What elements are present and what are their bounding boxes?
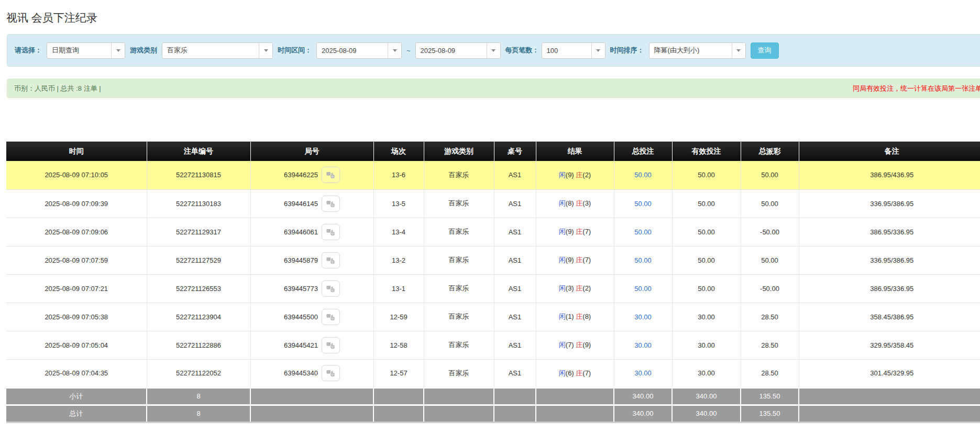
total-bet-cell: 30.00 [614,303,672,331]
round-id: 639445421 [284,341,318,349]
game-type: 百家乐 [424,218,494,246]
filter-panel: 请选择： 日期查询 游戏类别 百家乐 时间区间： 2025-08-09 ~ 20… [7,34,980,67]
empty-cell [424,405,494,422]
game-type: 百家乐 [424,303,494,331]
valid-bet: 30.00 [672,331,741,359]
subtotal-row-count: 8 [147,387,250,405]
valid-bet: 30.00 [672,359,741,387]
select-mode-dropdown[interactable]: 日期查询 [47,42,125,59]
session-no: 13-5 [373,189,424,218]
remark: 329.95/358.45 [799,331,980,359]
banker-result: 庄 [576,171,582,179]
total-bet-cell: 30.00 [614,331,672,359]
total-bet-link[interactable]: 50.00 [634,285,652,293]
player-score: (1) [566,313,574,320]
empty-cell [494,405,536,422]
chevron-down-icon[interactable] [388,43,401,58]
table-no: AS1 [494,218,536,246]
watch-replay-button[interactable] [322,196,340,212]
bet-time: 2025-08-09 07:09:06 [6,218,147,246]
chevron-down-icon[interactable] [259,43,272,58]
column-header-7: 总投注 [614,142,672,161]
chevron-down-icon[interactable] [591,43,605,58]
subtotal-row-payout: 135.50 [741,387,799,405]
watch-replay-button[interactable] [322,224,340,240]
sort-order-dropdown[interactable]: 降冪(由大到小) [649,42,746,59]
game-type-dropdown[interactable]: 百家乐 [162,42,273,59]
column-header-4: 游戏类别 [424,142,494,161]
total-payout: 28.50 [741,331,799,359]
game-type-value[interactable]: 百家乐 [162,43,259,58]
select-mode-value[interactable]: 日期查询 [47,43,111,58]
total-bet-link[interactable]: 30.00 [634,369,652,377]
total-bet-link[interactable]: 50.00 [634,256,652,264]
bet-time: 2025-08-09 07:10:05 [6,161,147,189]
player-score: (9) [566,171,574,179]
table-row: 2025-08-09 07:05:04522721122886639445421… [6,331,980,359]
result-cell: 闲(9) 庄(2) [536,161,614,189]
valid-bet: 50.00 [672,161,741,189]
result-cell: 闲(7) 庄(9) [536,331,614,359]
banker-score: (7) [582,228,591,235]
search-button[interactable]: 查询 [751,42,779,59]
table-row: 2025-08-09 07:10:05522721130815639446225… [6,161,980,189]
watch-replay-button[interactable] [322,309,340,325]
round-id-cell: 639445773 [250,274,373,303]
session-no: 13-2 [373,246,424,274]
page-size-dropdown[interactable]: 100 [542,42,605,59]
table-row: 2025-08-09 07:09:06522721129317639446061… [6,218,980,246]
total-bet-link[interactable]: 50.00 [634,171,652,179]
video-camera-icon [326,341,336,350]
watch-replay-button[interactable] [322,337,340,353]
chevron-down-icon[interactable] [487,43,500,58]
game-type: 百家乐 [424,161,494,189]
bet-id: 522721127529 [147,246,250,274]
notice-text: 同局有效投注，统一计算在该局第一张注单 [853,84,980,93]
watch-replay-button[interactable] [322,281,340,297]
banker-result: 庄 [576,369,582,377]
total-bet-link[interactable]: 30.00 [634,341,652,349]
player-result: 闲 [559,256,566,264]
bet-time: 2025-08-09 07:05:38 [6,303,147,331]
banker-score: (8) [582,313,591,320]
valid-bet: 50.00 [672,218,741,246]
valid-bet: 50.00 [672,274,741,303]
session-no: 13-1 [373,274,424,303]
remark: 358.45/386.95 [799,303,980,331]
sort-order-value[interactable]: 降冪(由大到小) [649,43,732,58]
subtotal-row-valid-bet: 340.00 [672,387,741,405]
banker-score: (2) [582,171,591,179]
chevron-down-icon[interactable] [111,43,125,58]
column-header-0: 时间 [6,142,147,161]
result-cell: 闲(3) 庄(2) [536,274,614,303]
date-from-dropdown[interactable]: 2025-08-09 [316,42,402,59]
watch-replay-button[interactable] [322,167,340,183]
table-no: AS1 [494,274,536,303]
remark: 336.95/386.95 [799,189,980,218]
date-from-value[interactable]: 2025-08-09 [317,43,388,58]
total-bet-link[interactable]: 30.00 [634,313,652,321]
total-bet-cell: 50.00 [614,218,672,246]
time-range-label: 时间区间： [278,46,312,55]
subtotal-row-total-bet: 340.00 [614,387,672,405]
date-to-value[interactable]: 2025-08-09 [416,43,487,58]
banker-result: 庄 [576,228,582,235]
round-id-cell: 639446225 [250,161,373,189]
total-bet-link[interactable]: 50.00 [634,228,652,236]
total-payout: -50.00 [741,274,799,303]
game-type: 百家乐 [424,331,494,359]
valid-bet: 30.00 [672,303,741,331]
range-separator: ~ [406,47,411,55]
page-size-value[interactable]: 100 [542,43,591,58]
chevron-down-icon[interactable] [732,43,745,58]
bet-id: 522721122052 [147,359,250,387]
player-result: 闲 [559,313,566,320]
watch-replay-button[interactable] [322,365,340,381]
remark: 301.45/329.95 [799,359,980,387]
summary-bar: 币别：人民币 | 总共 :8 注单 | 同局有效投注，统一计算在该局第一张注单 [7,79,980,98]
date-to-dropdown[interactable]: 2025-08-09 [415,42,501,59]
watch-replay-button[interactable] [322,252,340,268]
total-bet-link[interactable]: 50.00 [634,200,652,208]
empty-cell [250,387,373,405]
game-type: 百家乐 [424,246,494,274]
